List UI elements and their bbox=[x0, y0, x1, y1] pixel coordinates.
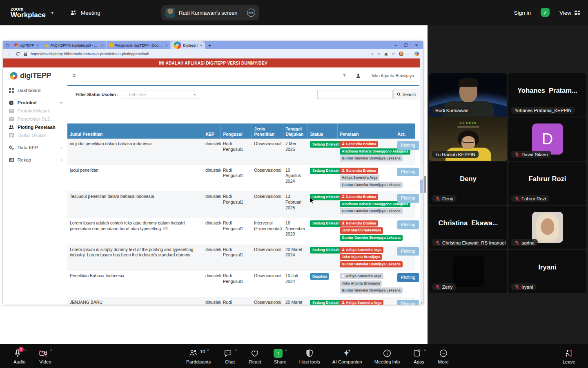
collections-icon[interactable]: ☆ bbox=[392, 52, 395, 56]
view-button[interactable]: View bbox=[559, 10, 580, 16]
participant-tile[interactable]: DDavid Silaen bbox=[508, 117, 586, 161]
help-icon[interactable]: ? bbox=[343, 73, 346, 78]
toolbar-apps-button[interactable]: ^Apps bbox=[406, 344, 432, 368]
penelaah-name: Aditya Surendra Arga bbox=[342, 175, 377, 180]
chevron-up-icon[interactable]: ^ bbox=[235, 349, 236, 353]
participant-tile[interactable]: Fahrur RoziFahrur Rozi bbox=[508, 162, 586, 205]
toolbar-participants-button[interactable]: 10^Participants bbox=[180, 344, 217, 368]
zoom-page-icon[interactable]: ⌕ bbox=[371, 52, 373, 56]
shared-screen-pill[interactable]: Rudi Kurniawan's screen ••• bbox=[161, 5, 259, 20]
url-text[interactable]: https://dev.digitepp.id/beranda?tab=%2Fp… bbox=[31, 52, 368, 56]
jenis-cell: Intervensi (Experimental) bbox=[252, 218, 283, 245]
kep-cell: dinustek bbox=[203, 191, 220, 218]
bookmark-star-icon[interactable]: ☆ bbox=[377, 52, 381, 56]
plotting-button[interactable]: Plotting bbox=[397, 220, 419, 229]
refresh-icon[interactable] bbox=[16, 52, 20, 56]
sidebar-item-data-kep[interactable]: Data KEP‹ bbox=[3, 144, 67, 152]
tab-search-icon[interactable]: ▢ bbox=[3, 43, 11, 47]
profile-avatar[interactable] bbox=[399, 52, 403, 56]
digitepp-logo[interactable]: digiTEPP bbox=[3, 72, 67, 80]
toolbar-ai-companion-button[interactable]: AI Companion bbox=[326, 344, 368, 368]
kep-cell: dinustek bbox=[203, 218, 220, 245]
sidebar-item-rekap[interactable]: Rekap‹ bbox=[3, 156, 67, 164]
participant-tile[interactable]: Christina Ekawa...Christina Ekawati_RS I… bbox=[429, 206, 507, 249]
users-icon bbox=[9, 125, 14, 130]
sidebar-item-protokol-masuk[interactable]: Protokol Masuk bbox=[3, 107, 67, 115]
sidebar-item-ploting-penelaah[interactable]: Ploting Penelaah bbox=[3, 123, 67, 131]
chevron-up-icon[interactable]: ^ bbox=[285, 349, 287, 353]
toolbar-icon-row: ^ bbox=[412, 348, 425, 358]
back-icon[interactable]: ← bbox=[7, 52, 12, 56]
more-options-icon[interactable]: ••• bbox=[247, 9, 255, 17]
participant-tile[interactable]: Rudi Kurniawan bbox=[429, 73, 507, 117]
browser-tab[interactable]: Pengenalan digiTEPP - Google Sl× bbox=[107, 41, 171, 49]
plotting-button[interactable]: Plotting bbox=[397, 168, 419, 177]
page-scrollbar[interactable]: ▼ bbox=[420, 58, 423, 305]
participant-tile[interactable]: Zerly bbox=[429, 250, 507, 293]
browser-tab[interactable]: Digitepp |× bbox=[171, 41, 205, 49]
browser-tab[interactable]: digiTEPP× bbox=[11, 41, 42, 49]
logged-in-user[interactable]: Joko Arjanta Brawijaya bbox=[371, 73, 414, 78]
close-tab-icon[interactable]: × bbox=[101, 43, 103, 47]
close-button[interactable]: ✕ bbox=[415, 43, 418, 47]
chevron-up-icon[interactable]: ^ bbox=[424, 349, 425, 353]
participant-tile[interactable]: KEPPINTri Hadiah KEPPIN bbox=[429, 117, 507, 161]
close-tab-icon[interactable]: × bbox=[36, 43, 38, 47]
search-input[interactable] bbox=[317, 90, 393, 99]
browser-tab[interactable]: FAQ KEPPIN (update).pdf - Goo× bbox=[42, 41, 107, 49]
participant-tile[interactable]: IryaniIryani bbox=[508, 250, 586, 293]
tab-meeting[interactable]: Meeting bbox=[70, 9, 100, 16]
participant-display-name: Yohanes Pratam... bbox=[508, 87, 586, 94]
toolbar-react-button[interactable]: React bbox=[243, 344, 267, 368]
close-tab-icon[interactable]: × bbox=[200, 43, 202, 47]
new-tab-button[interactable]: + bbox=[208, 43, 211, 48]
sidebar-item-daftar-usulan[interactable]: Daftar Usulan bbox=[3, 131, 67, 139]
search-button[interactable]: Search bbox=[393, 90, 419, 99]
penelaah-badge: Aditya Surendra Arga bbox=[340, 175, 379, 181]
tanggal-cell: 10 Agustus 2024 bbox=[283, 165, 307, 192]
browser-menu-icon[interactable]: ⋯ bbox=[407, 52, 411, 56]
chevron-up-icon[interactable]: ^ bbox=[24, 349, 26, 353]
toolbar-host-tools-button[interactable]: Host tools bbox=[293, 344, 326, 368]
view-label: View bbox=[559, 10, 571, 16]
toolbar-share-button[interactable]: ↑^Share bbox=[267, 344, 293, 368]
plotting-button[interactable]: Plotting bbox=[397, 194, 419, 203]
pengusul-cell: Rudi Pengusul1 bbox=[220, 218, 252, 245]
sidebar-item-penerbitan-sle[interactable]: Penerbitan SLE bbox=[3, 115, 67, 123]
toolbar-more-button[interactable]: More bbox=[432, 344, 455, 368]
zoom-toolbar: 1^Audio^Video10^Participants^ChatReact↑^… bbox=[0, 344, 588, 368]
security-shield-icon[interactable]: ✓ bbox=[541, 8, 550, 17]
toolbar-video-button[interactable]: ^Video bbox=[32, 344, 58, 368]
plotting-button[interactable]: Plotting bbox=[397, 247, 419, 256]
toolbar-chat-button[interactable]: ^Chat bbox=[217, 344, 243, 368]
toolbar-leave-button[interactable]: Leave bbox=[557, 344, 581, 368]
plotting-button[interactable]: Plotting bbox=[397, 141, 419, 150]
menu-toggle-icon[interactable]: ≡ bbox=[72, 72, 76, 79]
sidebar-item-protokol[interactable]: !Protokol▾ bbox=[3, 99, 67, 107]
toolbar-meeting-info-button[interactable]: Meeting info bbox=[368, 344, 406, 368]
toolbar-audio-button[interactable]: 1^Audio bbox=[7, 344, 32, 368]
chevron-up-icon[interactable]: ^ bbox=[50, 349, 52, 353]
minimize-button[interactable]: – bbox=[394, 43, 396, 47]
restore-button[interactable]: ❐ bbox=[404, 43, 408, 47]
participants-panel: Rudi KurniawanYohanes Pratam...Yohanes P… bbox=[428, 25, 588, 344]
sparkle-icon bbox=[342, 348, 352, 358]
extension-icon[interactable]: ▣ bbox=[384, 52, 388, 56]
filter-select[interactable]: -- Pilih Filter -- ▾ bbox=[122, 90, 199, 99]
participant-tile[interactable]: Yohanes Pratam...Yohanes Pratama_KEPPIN bbox=[508, 73, 586, 117]
user-icon[interactable] bbox=[356, 73, 361, 79]
sign-in-button[interactable]: Sign in bbox=[514, 10, 531, 16]
chevron-down-icon[interactable]: ▾ bbox=[51, 11, 53, 15]
plotting-button[interactable]: Plotting bbox=[397, 300, 419, 305]
chevron-up-icon[interactable]: ^ bbox=[207, 349, 209, 353]
share-area-scrollbar[interactable] bbox=[424, 176, 426, 193]
participant-tile[interactable]: DenyDeny bbox=[429, 162, 507, 205]
person-badge-icon bbox=[342, 142, 345, 146]
plotting-button[interactable]: Plotting bbox=[397, 273, 419, 282]
participant-tile[interactable]: agrina bbox=[508, 206, 586, 249]
penelaah-name: Ganendra Brahma bbox=[346, 221, 376, 226]
close-tab-icon[interactable]: × bbox=[165, 43, 167, 47]
status-badge: Sedang Ditelaah bbox=[310, 247, 342, 254]
copilot-icon[interactable] bbox=[414, 52, 419, 56]
sidebar-item-dashboard[interactable]: Dashboard bbox=[3, 86, 67, 94]
